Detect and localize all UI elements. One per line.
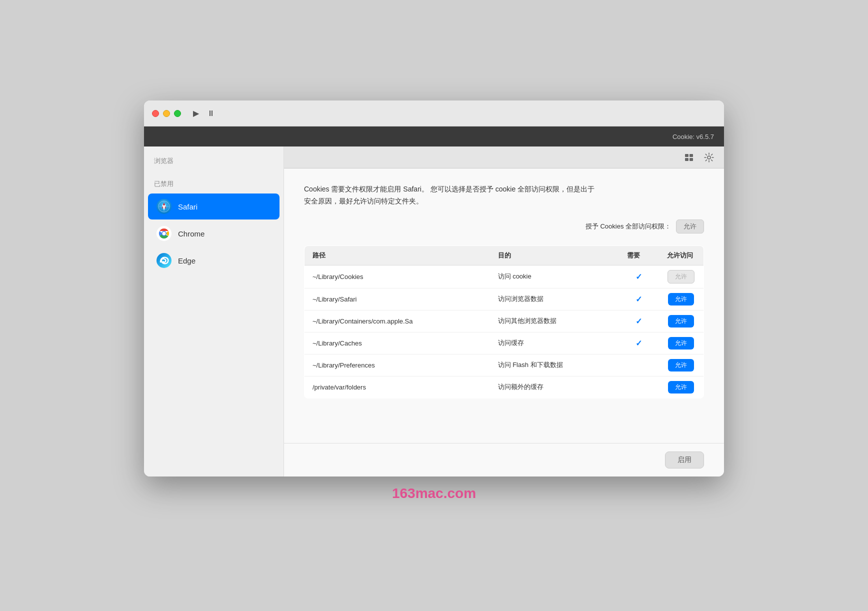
chrome-icon <box>156 226 172 242</box>
svg-rect-12 <box>685 158 688 161</box>
allow-button[interactable]: 允许 <box>668 337 694 350</box>
edge-label: Edge <box>178 256 196 265</box>
content-area: 浏览器 已禁用 <box>144 146 724 476</box>
traffic-lights <box>152 110 181 117</box>
purpose-cell: 访问其他浏览器数据 <box>490 310 619 332</box>
path-cell: ~/Library/Safari <box>304 288 490 310</box>
path-cell: /private/var/folders <box>304 376 490 398</box>
playback-controls: ▶ ⏸ <box>193 108 215 118</box>
svg-rect-10 <box>685 154 688 157</box>
need-cell: ✓ <box>619 288 659 310</box>
need-cell: ✓ <box>619 310 659 332</box>
disabled-section-label: 已禁用 <box>144 170 284 192</box>
grant-label: 授予 Cookies 全部访问权限： <box>586 222 671 231</box>
table-row: ~/Library/Containers/com.apple.Sa访问其他浏览器… <box>304 310 704 332</box>
grant-allow-button[interactable]: 允许 <box>676 220 704 234</box>
list-view-icon[interactable] <box>682 150 696 164</box>
checkmark-icon: ✓ <box>636 295 642 304</box>
checkmark-icon: ✓ <box>636 272 642 281</box>
col-header-need: 需要 <box>619 246 659 265</box>
purpose-cell: 访问 Flash 和下载数据 <box>490 354 619 376</box>
sidebar-item-edge[interactable]: Edge <box>148 248 280 274</box>
pause-button[interactable]: ⏸ <box>207 109 215 118</box>
svg-point-14 <box>708 156 710 159</box>
checkmark-icon: ✓ <box>636 339 642 348</box>
allow-button[interactable]: 允许 <box>668 359 694 372</box>
app-version-label: Cookie: v6.5.7 <box>672 133 714 140</box>
path-cell: ~/Library/Containers/com.apple.Sa <box>304 310 490 332</box>
panel-content: Cookies 需要文件权限才能启用 Safari。 您可以选择是否授予 coo… <box>284 168 724 443</box>
panel-toolbar <box>284 146 724 168</box>
table-row: ~/Library/Preferences访问 Flash 和下载数据允许 <box>304 354 704 376</box>
play-button[interactable]: ▶ <box>193 108 199 118</box>
allow-button[interactable]: 允许 <box>668 381 694 394</box>
allow-cell: 允许 <box>659 288 704 310</box>
safari-label: Safari <box>178 202 198 211</box>
close-button[interactable] <box>152 110 159 117</box>
sidebar-item-chrome[interactable]: Chrome <box>148 220 280 246</box>
minimize-button[interactable] <box>163 110 170 117</box>
need-cell: ✓ <box>619 332 659 354</box>
allow-button[interactable]: 允许 <box>668 270 694 284</box>
col-header-path: 路径 <box>304 246 490 265</box>
sidebar-item-safari[interactable]: Safari <box>148 194 280 220</box>
maximize-button[interactable] <box>174 110 181 117</box>
checkmark-icon: ✓ <box>636 317 642 326</box>
table-row: ~/Library/Safari访问浏览器数据✓允许 <box>304 288 704 310</box>
purpose-cell: 访问 cookie <box>490 265 619 288</box>
need-cell <box>619 354 659 376</box>
table-row: /private/var/folders访问额外的缓存允许 <box>304 376 704 398</box>
edge-icon <box>156 252 172 268</box>
need-cell: ✓ <box>619 265 659 288</box>
svg-point-9 <box>156 253 172 268</box>
svg-point-8 <box>162 232 166 236</box>
purpose-cell: 访问浏览器数据 <box>490 288 619 310</box>
table-row: ~/Library/Caches访问缓存✓允许 <box>304 332 704 354</box>
allow-cell: 允许 <box>659 376 704 398</box>
col-header-purpose: 目的 <box>490 246 619 265</box>
title-bar: ▶ ⏸ <box>144 100 724 126</box>
allow-cell: 允许 <box>659 354 704 376</box>
top-bar: Cookie: v6.5.7 <box>144 126 724 146</box>
path-cell: ~/Library/Cookies <box>304 265 490 288</box>
app-window: ▶ ⏸ Cookie: v6.5.7 浏览器 已禁用 <box>144 100 724 476</box>
purpose-cell: 访问额外的缓存 <box>490 376 619 398</box>
need-cell <box>619 376 659 398</box>
allow-button[interactable]: 允许 <box>668 315 694 328</box>
svg-rect-11 <box>690 154 693 157</box>
allow-cell: 允许 <box>659 265 704 288</box>
safari-icon <box>156 198 172 214</box>
table-row: ~/Library/Cookies访问 cookie✓允许 <box>304 265 704 288</box>
allow-button[interactable]: 允许 <box>668 293 694 306</box>
col-header-allow: 允许访问 <box>659 246 704 265</box>
browser-section-label: 浏览器 <box>144 156 284 170</box>
info-text: Cookies 需要文件权限才能启用 Safari。 您可以选择是否授予 coo… <box>304 184 704 208</box>
allow-cell: 允许 <box>659 332 704 354</box>
path-cell: ~/Library/Caches <box>304 332 490 354</box>
sidebar: 浏览器 已禁用 <box>144 146 284 476</box>
main-panel: Cookies 需要文件权限才能启用 Safari。 您可以选择是否授予 coo… <box>284 146 724 476</box>
bottom-attribution: 163mac.com <box>383 476 485 510</box>
path-cell: ~/Library/Preferences <box>304 354 490 376</box>
purpose-cell: 访问缓存 <box>490 332 619 354</box>
allow-cell: 允许 <box>659 310 704 332</box>
panel-footer: 启用 <box>284 443 724 476</box>
grant-access-row: 授予 Cookies 全部访问权限： 允许 <box>304 220 704 234</box>
chrome-label: Chrome <box>178 230 204 238</box>
enable-button[interactable]: 启用 <box>665 452 704 468</box>
settings-icon[interactable] <box>702 150 716 164</box>
svg-rect-13 <box>690 158 693 161</box>
permissions-table: 路径 目的 需要 允许访问 ~/Library/Cookies访问 cookie… <box>304 246 704 398</box>
